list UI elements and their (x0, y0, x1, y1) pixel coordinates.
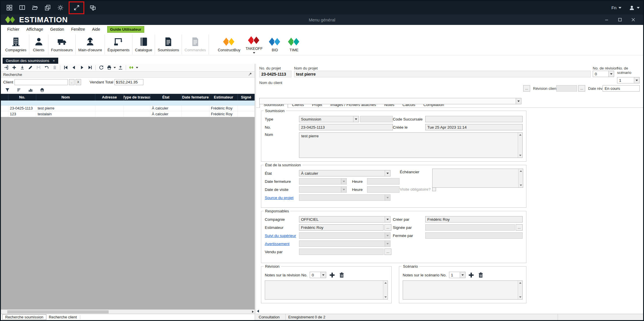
guide-utilisateur-button[interactable]: Guide Utilisateur (107, 26, 144, 33)
date-visite-picker[interactable] (299, 186, 347, 193)
tab-recherche-client[interactable]: Recherche client (46, 315, 80, 320)
scrollbar-thumb[interactable] (7, 310, 109, 313)
compagnie-select[interactable]: OFFICIEL (299, 216, 391, 222)
date-fermeture-picker[interactable] (299, 178, 347, 185)
col-date-fermeture[interactable]: Date fermeture (182, 94, 209, 101)
minimize-icon[interactable] (602, 16, 611, 23)
ribbon-time[interactable]: TIME (284, 34, 304, 54)
tab-recherche-soumission[interactable]: Recherche soumission (2, 314, 46, 320)
add-record-icon[interactable] (10, 64, 18, 71)
copy-windows-icon[interactable] (43, 3, 52, 13)
no-input[interactable]: 23-0425-1113 (299, 124, 393, 130)
revision-no-select[interactable]: 0 (310, 272, 326, 278)
settings-gear-icon[interactable] (55, 3, 65, 13)
estimateur-input[interactable]: Frédéric Roy (299, 224, 384, 231)
code-succursale-input[interactable] (425, 116, 523, 122)
scrollbar[interactable] (518, 133, 522, 158)
heure-fermeture-input[interactable] (367, 178, 399, 185)
fermee-par-input[interactable] (425, 232, 523, 239)
creee-le-input[interactable]: Tue 25 Apr 2023 11:14 (425, 124, 523, 130)
tab-close-icon[interactable]: × (53, 59, 55, 63)
dual-monitor-icon[interactable] (88, 3, 98, 13)
ribbon-constructbuy[interactable]: ConstructBuy (215, 34, 243, 54)
add-revision-icon[interactable] (328, 271, 336, 278)
table-row[interactable]: 123 testalain À calculer Frédéric Roy (1, 111, 255, 117)
estimateur-lookup-button[interactable]: ... (384, 224, 391, 231)
undo-icon[interactable] (43, 64, 50, 71)
delete-scenario-trash-icon[interactable] (477, 271, 485, 278)
language-selector[interactable]: Fn (611, 5, 621, 10)
brand-dropdown-icon[interactable] (136, 67, 138, 68)
avertissement-link[interactable]: Avertissement (265, 242, 299, 246)
expand-fullscreen-icon[interactable] (72, 3, 81, 13)
ribbon-soumissions[interactable]: Soumissions (155, 34, 182, 54)
creer-par-input[interactable]: Frédéric Roy (425, 216, 523, 222)
tab-gestion-des-soumissions[interactable]: Gestion des soumissions × (3, 58, 58, 64)
menu-fenetre[interactable]: Fenêtre (68, 26, 88, 33)
filter-funnel-icon[interactable] (4, 87, 11, 93)
ribbon-catalogue[interactable]: Catalogue (132, 34, 155, 54)
scenario-notes-textarea[interactable] (403, 280, 523, 300)
save-icon-disabled[interactable] (35, 64, 42, 71)
signee-par-input[interactable] (425, 224, 515, 231)
row-selector[interactable] (1, 105, 8, 111)
menu-fichier[interactable]: Fichier (4, 26, 22, 33)
table-row[interactable]: 23-0425-1113 test pierre À calculer Fréd… (1, 105, 255, 111)
ribbon-compagnies[interactable]: Compagnies (3, 34, 29, 54)
avertissement-select[interactable] (299, 240, 391, 247)
open-folder-icon[interactable] (30, 3, 40, 13)
print-icon[interactable] (105, 64, 113, 71)
scrollbar[interactable] (518, 281, 522, 299)
col-no[interactable]: No. (8, 94, 36, 101)
grid-auto-filter-row[interactable] (1, 101, 255, 105)
ribbon-fournisseurs[interactable]: Fournisseurs (48, 34, 76, 54)
apps-grid-icon[interactable] (4, 3, 14, 13)
etat-select[interactable]: À calculer (299, 170, 391, 176)
nav-next-icon[interactable] (78, 64, 85, 71)
row-selector[interactable] (1, 111, 8, 117)
print-grid-icon[interactable] (39, 87, 46, 93)
scenario-no-select[interactable]: 1 (449, 272, 466, 278)
col-signe[interactable]: Signé (238, 94, 255, 101)
vendu-par-lookup-button[interactable]: ... (384, 249, 391, 255)
scrollbar[interactable] (518, 169, 523, 187)
pin-icon[interactable] (248, 72, 252, 77)
nom-client-lookup-button[interactable]: ... (523, 85, 530, 92)
menu-affichage[interactable]: Affichage (23, 26, 46, 33)
scrollbar[interactable] (383, 281, 388, 299)
import-icon[interactable] (19, 64, 26, 71)
nav-first-icon[interactable] (62, 64, 69, 71)
edit-pencil-icon[interactable] (27, 64, 34, 71)
revision-client-input[interactable] (556, 85, 577, 92)
nav-previous-icon[interactable] (70, 64, 77, 71)
add-scenario-icon[interactable] (468, 271, 475, 278)
client-lookup-button[interactable]: .. (69, 79, 74, 85)
date-rev-value[interactable]: En cours (603, 85, 640, 92)
type-extra-input[interactable] (360, 116, 393, 122)
no-scenario-select[interactable]: 1 (617, 77, 640, 83)
ribbon-commandes[interactable]: Commandes (182, 34, 209, 54)
upload-icon[interactable] (117, 64, 124, 71)
scrollbar-right-arrow[interactable] (252, 311, 254, 313)
vendu-par-input[interactable] (299, 249, 384, 255)
ribbon-bid[interactable]: BID (265, 34, 284, 54)
source-du-projet-link[interactable]: Source du projet (265, 196, 299, 200)
menu-aide[interactable]: Aide (89, 26, 103, 33)
nom-textarea[interactable]: test pierre (299, 132, 523, 158)
nav-last-icon[interactable] (86, 64, 94, 71)
open-book-icon[interactable] (17, 3, 27, 13)
echeancier-textarea[interactable] (432, 169, 523, 188)
type-select[interactable]: Soumission (299, 116, 359, 122)
user-menu[interactable] (629, 5, 640, 11)
brand-diamonds-icon[interactable] (128, 64, 135, 71)
ribbon-main-doeuvre[interactable]: Main-d'oeuvre (76, 34, 105, 54)
delete-trash-icon-disabled[interactable] (51, 64, 58, 71)
export-grid-icon[interactable] (2, 64, 10, 71)
client-input[interactable] (14, 79, 68, 85)
suivi-superieur-select[interactable] (299, 232, 391, 239)
col-type-de-travaux[interactable]: Type de travaux (124, 94, 150, 101)
splitter-collapse-arrow[interactable] (257, 310, 259, 313)
refresh-icon[interactable] (97, 64, 105, 71)
visite-obligatoire-checkbox[interactable] (432, 187, 436, 191)
col-nom[interactable]: Nom (36, 94, 95, 101)
